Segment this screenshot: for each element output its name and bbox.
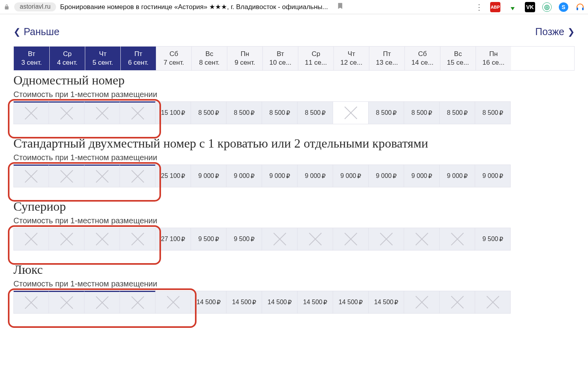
price-cell[interactable]: 8 500 ₽	[227, 101, 262, 124]
price-cell[interactable]: 8 500 ₽	[191, 101, 227, 124]
price-cell[interactable]: 25 100 ₽	[155, 165, 191, 187]
price-cell-unavailable	[475, 291, 511, 314]
price-cell[interactable]: 14 500 ₽	[227, 291, 262, 314]
headset-icon[interactable]	[575, 2, 585, 12]
date-header-cell[interactable]: Пн9 сент.	[227, 47, 262, 70]
price-value: 9 500	[198, 236, 214, 243]
next-label: Позже	[535, 26, 564, 37]
page-title: Бронирование номеров в гостинице «Астори…	[60, 3, 328, 11]
unavailable-x-icon	[415, 232, 429, 246]
price-row: 27 100 ₽9 500 ₽9 500 ₽9 500 ₽	[13, 228, 575, 251]
date-header-cell[interactable]: Вт3 сент.	[14, 47, 49, 70]
svg-rect-1	[582, 7, 584, 10]
unavailable-x-icon	[24, 232, 38, 246]
date-header-cell[interactable]: Вт10 се...	[262, 47, 298, 70]
price-cell[interactable]: 14 500 ₽	[369, 291, 404, 314]
price-cell[interactable]: 15 100 ₽	[155, 101, 191, 124]
date-label: 10 се...	[270, 59, 292, 67]
price-cell-unavailable	[440, 291, 475, 314]
currency-symbol: ₽	[251, 236, 255, 243]
currency-symbol: ₽	[215, 109, 219, 117]
room-title: Люкс	[13, 262, 575, 277]
price-cell[interactable]: 9 000 ₽	[262, 165, 298, 187]
price-cell[interactable]: 8 500 ₽	[475, 101, 511, 124]
price-value: 9 000	[269, 172, 285, 180]
prev-dates-button[interactable]: ❮ Раньше	[13, 26, 60, 37]
date-header-cell[interactable]: Пт6 сент.	[120, 47, 156, 70]
price-cell[interactable]: 9 000 ₽	[475, 165, 511, 187]
date-header-cell[interactable]: Сб7 сент.	[156, 47, 191, 70]
date-label: 8 сент.	[199, 59, 219, 67]
price-cell[interactable]: 9 500 ₽	[191, 228, 227, 251]
price-cell[interactable]: 9 000 ₽	[298, 165, 333, 187]
date-header-cell[interactable]: Вс8 сент.	[191, 47, 227, 70]
price-cell[interactable]: 14 500 ₽	[191, 291, 227, 314]
date-header-cell[interactable]: Пт13 се...	[369, 47, 404, 70]
price-cell[interactable]: 8 500 ₽	[404, 101, 440, 124]
date-label: 11 се...	[305, 59, 327, 67]
price-cell[interactable]: 9 000 ₽	[369, 165, 404, 187]
unavailable-x-icon	[131, 295, 145, 310]
price-cell[interactable]: 14 500 ₽	[333, 291, 369, 314]
price-cell[interactable]: 9 000 ₽	[333, 165, 369, 187]
price-cell-unavailable	[369, 228, 404, 251]
date-header-cell[interactable]: Чт12 се...	[333, 47, 369, 70]
next-dates-button[interactable]: Позже ❯	[535, 26, 575, 37]
currency-symbol: ₽	[393, 109, 397, 117]
currency-symbol: ₽	[499, 236, 503, 243]
currency-symbol: ₽	[499, 172, 503, 180]
bookmark-icon[interactable]	[337, 2, 344, 11]
price-cell[interactable]: 9 000 ₽	[404, 165, 440, 187]
unavailable-x-icon	[60, 232, 74, 246]
price-value: 9 500	[482, 236, 498, 243]
date-dow: Чт	[99, 50, 107, 58]
price-cell-unavailable	[155, 291, 191, 314]
date-header-cell[interactable]: Сб14 се...	[404, 47, 440, 70]
price-cell[interactable]: 8 500 ₽	[298, 101, 333, 124]
date-header-cell[interactable]: Пн16 се...	[476, 47, 511, 70]
price-cell-unavailable	[13, 228, 49, 251]
price-value: 14 500	[339, 299, 358, 306]
date-header-cell[interactable]: Чт5 сент.	[85, 47, 120, 70]
price-cell[interactable]: 14 500 ₽	[298, 291, 333, 314]
date-header-cell[interactable]: Ср11 се...	[298, 47, 333, 70]
price-cell[interactable]: 27 100 ₽	[155, 228, 191, 251]
shazam-icon[interactable]: S	[559, 2, 568, 12]
price-value: 8 500	[234, 109, 249, 116]
currency-symbol: ₽	[428, 172, 432, 180]
unavailable-x-icon	[486, 295, 500, 309]
price-cell[interactable]: 9 000 ₽	[227, 165, 262, 187]
url-domain[interactable]: astoriavl.ru	[14, 2, 56, 11]
currency-symbol: ₽	[215, 236, 219, 243]
price-cell[interactable]: 9 000 ₽	[440, 165, 475, 187]
currency-symbol: ₽	[251, 172, 255, 180]
date-header-cell[interactable]: Вс15 се...	[440, 47, 476, 70]
price-cell-unavailable	[49, 101, 84, 124]
date-header-cell[interactable]: Ср4 сент.	[49, 47, 85, 70]
unavailable-x-icon	[131, 106, 145, 120]
price-value: 14 500	[232, 299, 251, 306]
kebab-menu-icon[interactable]: ⋮	[475, 3, 483, 11]
date-label: 16 се...	[483, 59, 505, 67]
price-cell[interactable]: 9 000 ₽	[191, 165, 227, 187]
price-cell-unavailable	[120, 165, 155, 187]
spiral-icon[interactable]: ◎	[542, 2, 552, 12]
price-cell[interactable]: 8 500 ₽	[262, 101, 298, 124]
price-cell-unavailable	[262, 228, 298, 251]
price-cell[interactable]: 9 500 ₽	[475, 228, 511, 251]
adblock-icon[interactable]: ABP	[490, 2, 500, 12]
price-cell[interactable]: 8 500 ₽	[369, 101, 404, 124]
unavailable-x-icon	[95, 169, 109, 183]
price-cell[interactable]: 9 500 ₽	[227, 228, 262, 251]
price-value: 15 100	[161, 109, 180, 116]
price-cell-unavailable	[13, 165, 49, 187]
price-cell[interactable]: 14 500 ₽	[262, 291, 298, 314]
price-value: 14 500	[374, 299, 393, 306]
vk-icon[interactable]: VK	[525, 2, 535, 12]
price-value: 9 000	[198, 172, 214, 180]
date-label: 14 се...	[412, 59, 434, 67]
download-arrow-icon[interactable]	[507, 2, 518, 12]
price-value: 9 000	[340, 172, 356, 180]
date-label: 13 се...	[376, 59, 398, 67]
price-cell[interactable]: 8 500 ₽	[440, 101, 475, 124]
